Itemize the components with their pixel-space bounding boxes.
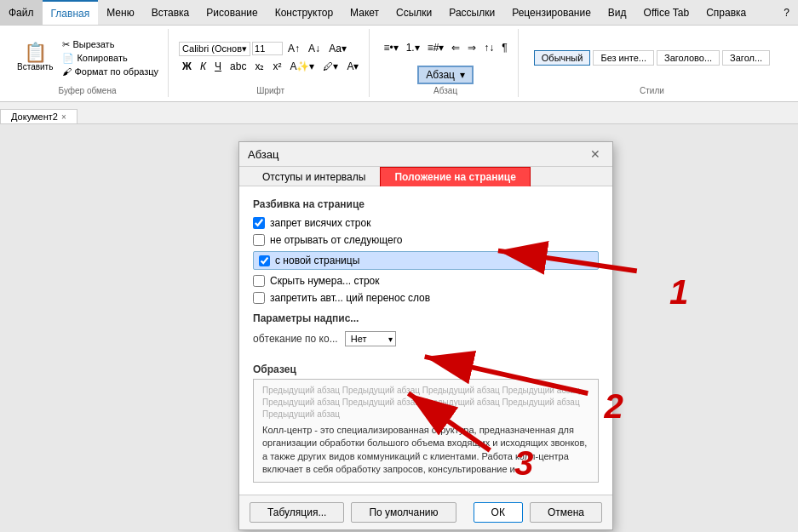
copy-button[interactable]: 📄 Копировать (60, 52, 161, 65)
menu-menu[interactable]: Меню (98, 0, 142, 25)
font-shrink-button[interactable]: A↓ (305, 41, 324, 56)
font-controls: Calibri (Основ▾ 11 A↑ A↓ Aa▾ Ж К Ч abc x… (179, 41, 362, 74)
wrap-row: обтекание по ко... Нет (253, 331, 599, 346)
checkbox-orphan-label: запрет висячих строк (270, 217, 370, 229)
tabulyatsiya-button[interactable]: Табуляция... (250, 502, 344, 523)
checkbox-page-break-input[interactable] (259, 255, 270, 266)
checkbox-suppress-line-numbers-input[interactable] (253, 275, 265, 287)
numbering-button[interactable]: 1.▾ (403, 40, 423, 55)
section-pagination-title: Разбивка на странице (253, 198, 599, 210)
bullets-button[interactable]: ≡•▾ (380, 40, 401, 55)
menu-insert[interactable]: Вставка (143, 0, 198, 25)
underline-button[interactable]: Ч (211, 59, 225, 74)
checkbox-orphan-input[interactable] (253, 217, 265, 229)
document-tab[interactable]: Документ2 × (0, 109, 78, 123)
font-color-button[interactable]: A▾ (343, 59, 362, 74)
text-effects-button[interactable]: A✨▾ (286, 59, 318, 74)
ribbon: 📋 Вставить ✂ Вырезать 📄 Копировать 🖌 Фор… (0, 26, 798, 102)
subscript-button[interactable]: x₂ (251, 59, 267, 74)
wrap-label: обтекание по ко... (253, 333, 338, 345)
ok-button[interactable]: ОК (474, 502, 523, 523)
strikethrough-button[interactable]: abc (227, 59, 250, 74)
format-painter-button[interactable]: 🖌 Формат по образцу (60, 66, 161, 77)
dialog-close-button[interactable]: ✕ (587, 147, 604, 161)
paste-icon: 📋 (24, 43, 47, 62)
menu-office-tab[interactable]: Office Tab (635, 0, 698, 25)
ribbon-group-paragraph: ≡•▾ 1.▾ ≡#▾ ⇐ ⇒ ↑↓ ¶ Абзац ▾ Абзац (373, 29, 518, 97)
checkbox-no-hyphenation-label: запретить авт... ций перенос слов (270, 292, 430, 304)
paste-label: Вставить (17, 62, 53, 72)
checkbox-suppress-line-numbers: Скрыть нумера... строк (253, 275, 599, 287)
clipboard-small-btns: ✂ Вырезать 📄 Копировать 🖌 Формат по обра… (60, 38, 161, 77)
document-tab-name: Документ2 (11, 112, 58, 122)
paragraph-content: ≡•▾ 1.▾ ≡#▾ ⇐ ⇒ ↑↓ ¶ (380, 31, 510, 64)
bold-button[interactable]: Ж (179, 59, 195, 74)
sample-main-text: Колл-центр - это специализированная стру… (262, 424, 589, 477)
default-button[interactable]: По умолчанию (351, 502, 456, 523)
sample-section: Образец Предыдущий абзац Предыдущий абза… (253, 363, 599, 483)
font-grow-button[interactable]: A↑ (284, 41, 303, 56)
styles-section: Обычный Без инте... Заголово... Загол... (529, 49, 775, 67)
dialog-footer-right: ОК Отмена (474, 502, 602, 523)
dialog-title-bar[interactable]: Абзац ✕ (239, 142, 612, 167)
menu-review[interactable]: Рецензирование (503, 0, 600, 25)
sort-button[interactable]: ↑↓ (480, 40, 497, 55)
clipboard-content: 📋 Вставить ✂ Вырезать 📄 Копировать 🖌 Фор… (14, 31, 161, 84)
font-row2: Ж К Ч abc x₂ x² A✨▾ 🖊▾ A▾ (179, 59, 362, 74)
cut-button[interactable]: ✂ Вырезать (60, 38, 161, 51)
menu-draw[interactable]: Рисование (198, 0, 266, 25)
dialog-tab-position[interactable]: Положение на странице (380, 167, 530, 186)
abzac-highlight-label: Абзац (426, 69, 455, 81)
change-case-button[interactable]: Aa▾ (325, 41, 350, 56)
font-row1: Calibri (Основ▾ 11 A↑ A↓ Aa▾ (179, 41, 362, 56)
menu-home[interactable]: Главная (43, 0, 99, 25)
decrease-indent-button[interactable]: ⇐ (448, 40, 463, 55)
checkbox-keep-with-next-label: не отрывать от следующего (270, 234, 402, 246)
ribbon-group-clipboard: 📋 Вставить ✂ Вырезать 📄 Копировать 🖌 Фор… (7, 29, 169, 97)
paragraph-align-buttons: ≡•▾ 1.▾ ≡#▾ ⇐ ⇒ ↑↓ ¶ (380, 40, 510, 55)
dialog-tabs: Отступы и интервалы Положение на страниц… (239, 167, 612, 186)
styles-label: Стили (640, 84, 664, 95)
checkbox-page-break-label: с новой страницы (275, 255, 359, 266)
cancel-button[interactable]: Отмена (530, 502, 602, 523)
wrap-select[interactable]: Нет (345, 331, 396, 346)
menu-help-icon[interactable]: ? (775, 0, 798, 25)
menu-constructor[interactable]: Конструктор (267, 0, 342, 25)
checkbox-page-break-before: с новой страницы (253, 251, 599, 270)
style-heading2[interactable]: Загол... (722, 50, 770, 66)
styles-content: Обычный Без инте... Заголово... Загол... (529, 31, 775, 84)
dialog-footer-left: Табуляция... По умолчанию (250, 502, 456, 523)
checkbox-no-hyphenation-input[interactable] (253, 292, 265, 304)
checkbox-keep-with-next-input[interactable] (253, 234, 265, 246)
style-normal[interactable]: Обычный (534, 50, 591, 66)
style-heading1[interactable]: Заголово... (657, 50, 720, 66)
checkbox-no-hyphenation: запретить авт... ций перенос слов (253, 292, 599, 304)
superscript-button[interactable]: x² (269, 59, 284, 74)
abzac-expand-icon: ▾ (460, 69, 465, 81)
document-area: Абзац ✕ Отступы и интервалы Положение на… (0, 124, 798, 532)
ribbon-group-font: Calibri (Основ▾ 11 A↑ A↓ Aa▾ Ж К Ч abc x… (172, 29, 370, 97)
menu-mailings[interactable]: Рассылки (440, 0, 503, 25)
multilevel-button[interactable]: ≡#▾ (424, 40, 448, 55)
increase-indent-button[interactable]: ⇒ (464, 40, 479, 55)
font-family-select[interactable]: Calibri (Основ▾ (179, 42, 250, 56)
dialog-tab-indents[interactable]: Отступы и интервалы (248, 167, 380, 186)
italic-button[interactable]: К (197, 59, 210, 74)
menu-links[interactable]: Ссылки (388, 0, 440, 25)
menu-layout[interactable]: Макет (342, 0, 388, 25)
highlight-button[interactable]: 🖊▾ (319, 59, 342, 74)
paragraph-label: Абзац (433, 84, 457, 95)
font-content: Calibri (Основ▾ 11 A↑ A↓ Aa▾ Ж К Ч abc x… (179, 31, 362, 84)
document-tab-close[interactable]: × (61, 112, 66, 122)
menu-file[interactable]: Файл (0, 0, 43, 25)
show-marks-button[interactable]: ¶ (498, 40, 510, 55)
abzac-highlight-box[interactable]: Абзац ▾ (417, 66, 474, 84)
style-no-spacing[interactable]: Без инте... (593, 50, 654, 66)
font-size-select[interactable]: 11 (252, 42, 283, 55)
checkbox-orphan-control: запрет висячих строк (253, 217, 599, 229)
paste-button[interactable]: 📋 Вставить (14, 42, 56, 73)
sample-prev-text: Предыдущий абзац Предыдущий абзац Предыд… (262, 385, 589, 420)
menu-help[interactable]: Справка (698, 0, 755, 25)
menu-view[interactable]: Вид (600, 0, 635, 25)
checkbox-suppress-line-numbers-label: Скрыть нумера... строк (270, 275, 380, 287)
